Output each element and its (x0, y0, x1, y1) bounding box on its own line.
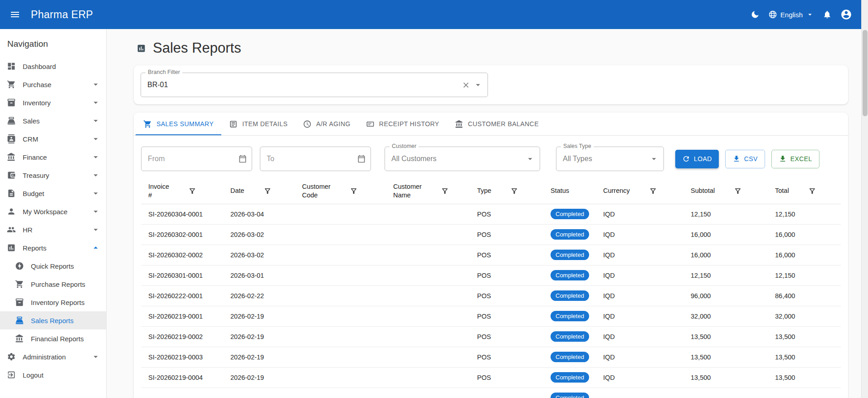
table-row[interactable]: Completed (141, 388, 841, 398)
cell-currency: IQD (596, 265, 683, 285)
dark-mode-toggle[interactable] (746, 5, 765, 24)
sidebar-item-crm[interactable]: CRM (0, 130, 106, 148)
sidebar-item-sales-reports[interactable]: Sales Reports (0, 311, 106, 329)
document-icon (7, 189, 16, 198)
load-button[interactable]: LOAD (675, 150, 719, 168)
customer-select[interactable]: Customer All Customers (385, 147, 540, 171)
table-row[interactable]: SI-20260219-0003 2026-02-19 POS Complete… (141, 347, 841, 367)
filter-icon[interactable] (263, 187, 272, 195)
cell-customer-name (386, 224, 470, 245)
table-row[interactable]: SI-20260304-0001 2026-03-04 POS Complete… (141, 204, 841, 224)
cell-currency: IQD (596, 224, 683, 245)
filter-icon[interactable] (649, 187, 657, 195)
sidebar-item-inventory[interactable]: Inventory (0, 93, 106, 112)
filter-icon[interactable] (441, 187, 449, 195)
column-header: Total (768, 180, 841, 204)
filter-icon[interactable] (350, 187, 358, 195)
sales-type-select-label: Sales Type (561, 143, 594, 149)
clear-icon[interactable] (462, 81, 470, 89)
language-selector[interactable]: English (765, 7, 818, 22)
sidebar-item-purchase-reports[interactable]: Purchase Reports (0, 275, 106, 293)
cell-customer-name (386, 388, 470, 398)
table-row[interactable]: SI-20260219-0001 2026-02-19 POS Complete… (141, 306, 841, 326)
sidebar-item-inventory-reports[interactable]: Inventory Reports (0, 293, 106, 311)
chevron-up-icon (91, 243, 101, 253)
account-button[interactable] (837, 5, 856, 24)
bar-chart-icon (137, 44, 146, 53)
sidebar-item-label: CRM (23, 135, 38, 143)
sidebar-item-logout[interactable]: Logout (0, 366, 106, 384)
cell-subtotal: 13,500 (683, 347, 768, 367)
sidebar-item-dashboard[interactable]: Dashboard (0, 57, 106, 75)
calendar-icon[interactable] (238, 154, 247, 163)
filter-icon[interactable] (510, 187, 518, 195)
from-date-input[interactable]: From (141, 147, 252, 171)
logout-icon (7, 370, 16, 379)
cell-status: Completed (543, 388, 596, 398)
sidebar-item-treasury[interactable]: Treasury (0, 166, 106, 184)
filter-icon[interactable] (808, 187, 816, 195)
calendar-icon[interactable] (357, 154, 366, 163)
sidebar-item-purchase[interactable]: Purchase (0, 75, 106, 93)
cell-subtotal: 12,150 (683, 265, 768, 285)
cell-subtotal: 32,000 (683, 306, 768, 326)
csv-export-button[interactable]: CSV (725, 150, 765, 168)
sidebar-item-reports[interactable]: Reports (0, 239, 106, 257)
cell-subtotal: 96,000 (683, 285, 768, 306)
filter-icon[interactable] (188, 187, 196, 195)
sidebar-item-sales[interactable]: Sales (0, 112, 106, 130)
branch-filter-value: BR-01 (147, 81, 168, 89)
table-row[interactable]: SI-20260219-0004 2026-02-19 POS Complete… (141, 367, 841, 388)
cell-status: Completed (543, 326, 596, 347)
wallet-icon (7, 171, 16, 180)
people-icon (7, 225, 16, 234)
sales-type-select[interactable]: Sales Type All Types (556, 147, 664, 171)
cell-invoice: SI-20260302-0001 (141, 224, 223, 245)
cell-date: 2026-03-04 (223, 204, 295, 224)
sidebar-item-label: Reports (23, 244, 47, 252)
box-icon (15, 298, 24, 307)
vertical-scrollbar[interactable] (861, 0, 868, 398)
sidebar-item-finance[interactable]: Finance (0, 148, 106, 166)
customer-select-value: All Customers (391, 155, 437, 163)
filter-icon[interactable] (734, 187, 742, 195)
branch-filter-select[interactable]: Branch Filter BR-01 (141, 73, 488, 97)
cell-invoice: SI-20260219-0003 (141, 347, 223, 367)
notifications-button[interactable] (818, 5, 837, 24)
tab-receipt-history[interactable]: RECEIPT HISTORY (358, 113, 447, 135)
cell-date: 2026-02-22 (223, 285, 295, 306)
table-body: SI-20260304-0001 2026-03-04 POS Complete… (141, 204, 841, 398)
cell-invoice: SI-20260219-0002 (141, 326, 223, 347)
sidebar-item-quick-reports[interactable]: Quick Reports (0, 257, 106, 275)
chevron-down-icon (91, 225, 101, 235)
tab-customer-balance[interactable]: CUSTOMER BALANCE (447, 113, 546, 135)
table-row[interactable]: SI-20260302-0002 2026-03-02 POS Complete… (141, 245, 841, 265)
chevron-down-icon (91, 98, 101, 108)
scrollbar-thumb[interactable] (863, 30, 868, 116)
to-date-input[interactable]: To (260, 147, 371, 171)
sidebar-item-hr[interactable]: HR (0, 221, 106, 239)
cash-register-icon (7, 116, 16, 125)
excel-export-button[interactable]: EXCEL (771, 150, 819, 168)
sidebar-item-administration[interactable]: Administration (0, 348, 106, 366)
cell-currency: IQD (596, 306, 683, 326)
sidebar-item-budget[interactable]: Budget (0, 184, 106, 202)
cell-status: Completed (543, 265, 596, 285)
cell-date: 2026-02-19 (223, 326, 295, 347)
cell-invoice: SI-20260302-0002 (141, 245, 223, 265)
table-row[interactable]: SI-20260302-0001 2026-03-02 POS Complete… (141, 224, 841, 245)
sidebar-item-label: Sales Reports (31, 317, 73, 324)
menu-button[interactable] (5, 5, 24, 24)
page-title: Sales Reports (153, 40, 241, 56)
table-row[interactable]: SI-20260301-0001 2026-03-01 POS Complete… (141, 265, 841, 285)
tab-item-details[interactable]: ITEM DETAILS (221, 113, 295, 135)
table-row[interactable]: SI-20260222-0001 2026-02-22 POS Complete… (141, 285, 841, 306)
sidebar-item-my-workspace[interactable]: My Workspace (0, 202, 106, 221)
column-header: Status (543, 180, 596, 204)
tab-sales-summary[interactable]: SALES SUMMARY (136, 113, 221, 135)
sidebar-item-financial-reports[interactable]: Financial Reports (0, 329, 106, 348)
sidebar-item-label: Dashboard (23, 63, 56, 70)
tab-ar-aging[interactable]: A/R AGING (295, 113, 358, 135)
table-row[interactable]: SI-20260219-0002 2026-02-19 POS Complete… (141, 326, 841, 347)
cell-invoice: SI-20260222-0001 (141, 285, 223, 306)
